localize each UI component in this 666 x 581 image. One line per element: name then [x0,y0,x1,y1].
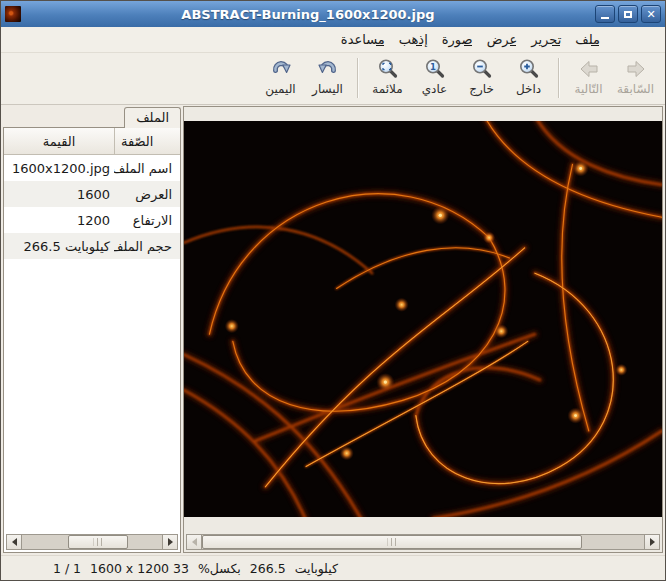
toolbar: السّابقة التّالية داخل خارج [1,53,665,105]
table-row[interactable]: العرض 1600 [4,181,180,207]
arrow-right-icon [624,57,648,81]
status-filesize-unit: كيلوبايت [295,561,338,576]
zoom-in-button[interactable]: داخل [505,56,552,97]
rotate-left-button[interactable]: اليسار [304,56,351,97]
status-image-counter: 1 / 1 [53,561,81,576]
zoom-out-icon [470,57,494,81]
table-row[interactable]: اسم الملف 1600x1200.jpg [4,155,180,181]
mnemonic-underline [376,45,384,46]
zoom-normal-button[interactable]: 1 عادي [411,56,458,97]
panel-tab-row: الملف [3,106,181,127]
fractal-image [184,121,662,517]
toolbar-separator [558,58,559,98]
menu-view[interactable]: عرض [480,29,525,50]
status-dimensions: 1600 x 1200 33 [90,561,189,576]
maximize-icon [624,11,632,18]
app-window: ABSTRACT-Burning_1600x1200.jpg ✕ ملف تحر… [0,0,666,581]
table-header-row: الصّفة القيمة [4,128,180,155]
minimize-button[interactable] [595,5,615,23]
maximize-button[interactable] [618,5,638,23]
mnemonic-underline [591,45,599,46]
table-row[interactable]: الارتفاع 1200 [4,207,180,233]
column-header-attribute[interactable]: الصّفة [114,128,180,155]
column-header-value[interactable]: القيمة [4,128,114,155]
main-area: الملف الصّفة القيمة اسم الملف 1600x1200.… [1,105,665,555]
next-button[interactable]: التّالية [565,56,612,97]
table-empty-space [4,259,180,532]
menu-file[interactable]: ملف [568,29,607,50]
scroll-right-button[interactable] [644,535,659,549]
arrow-left-icon [577,57,601,81]
window-icon [5,6,21,22]
table-row[interactable]: حجم الملف 266.5 كيلوبايت [4,233,180,259]
properties-table-frame: الصّفة القيمة اسم الملف 1600x1200.jpg ال… [3,127,181,553]
image-viewport-frame [183,106,663,553]
menu-image[interactable]: صورة [435,29,480,50]
best-fit-icon [376,57,400,81]
properties-panel: الملف الصّفة القيمة اسم الملف 1600x1200.… [3,106,181,553]
arrow-left-icon [192,538,197,546]
minimize-icon [601,17,609,19]
image-canvas[interactable] [184,121,662,517]
zoom-in-icon [517,57,541,81]
best-fit-button[interactable]: ملائمة [364,56,411,97]
close-icon: ✕ [646,9,655,20]
status-filesize-number: 266.5 [250,561,286,576]
mnemonic-underline [416,45,422,46]
rotate-right-button[interactable]: اليمين [257,56,304,97]
titlebar[interactable]: ABSTRACT-Burning_1600x1200.jpg ✕ [1,1,665,27]
toolbar-separator [357,58,358,98]
properties-table: الصّفة القيمة اسم الملف 1600x1200.jpg ال… [4,128,180,259]
rotate-right-icon [269,57,293,81]
mnemonic-underline [552,45,560,46]
close-button[interactable]: ✕ [641,5,661,23]
menu-help[interactable]: مساعدة [334,29,392,50]
scroll-right-button[interactable] [162,535,177,549]
scrollbar-thumb[interactable] [68,535,128,549]
statusbar: 1 / 1 1600 x 1200 33 %بكسل 266.5 كيلوباي… [1,555,665,580]
zoom-out-button[interactable]: خارج [458,56,505,97]
status-pixels-label: %بكسل [198,561,241,576]
previous-button[interactable]: السّابقة [612,56,659,97]
menu-go[interactable]: إذهب [392,29,435,50]
svg-text:1: 1 [430,62,436,72]
image-horizontal-scrollbar[interactable] [186,534,660,550]
scrollbar-thumb[interactable] [202,535,582,549]
scroll-left-button[interactable] [7,535,22,549]
arrow-right-icon [650,538,655,546]
arrow-right-icon [168,538,173,546]
zoom-normal-icon: 1 [423,57,447,81]
menu-edit[interactable]: تحرير [524,29,568,50]
menubar: ملف تحرير عرض صورة إذهب مساعدة [1,27,665,53]
panel-horizontal-scrollbar[interactable] [6,534,178,550]
mnemonic-underline [464,45,472,46]
arrow-left-icon [12,538,17,546]
viewport-margin [184,107,662,121]
window-title: ABSTRACT-Burning_1600x1200.jpg [25,7,591,22]
rotate-left-icon [316,57,340,81]
viewport-margin [184,517,662,532]
mnemonic-underline [510,45,516,46]
tab-file[interactable]: الملف [124,107,181,128]
scroll-left-button-disabled[interactable] [187,535,202,549]
